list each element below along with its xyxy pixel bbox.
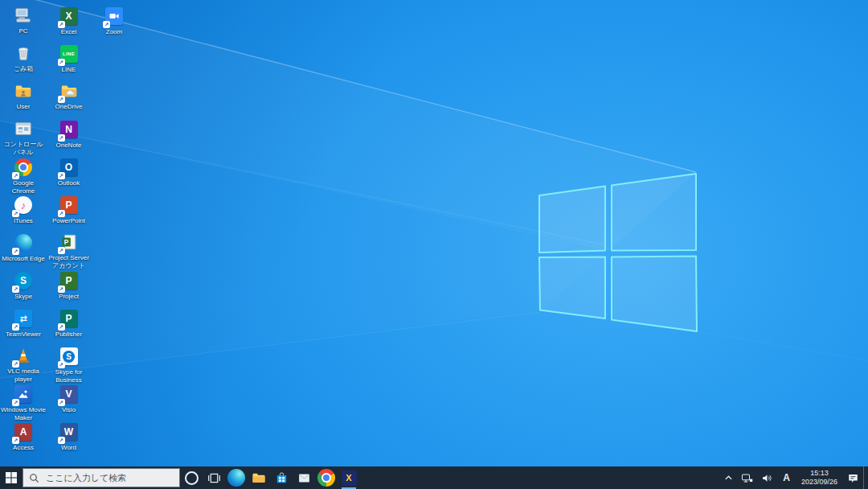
- shortcut-arrow-icon: ↗: [58, 247, 65, 254]
- desktop-icon-label: Outlook: [47, 179, 92, 187]
- desktop-icon-project-server-accounts-glyph: P↗: [59, 233, 79, 253]
- svg-text:P: P: [63, 239, 68, 246]
- desktop-icon-label: Zoom: [92, 28, 137, 36]
- desktop-background[interactable]: PCX↗Excel↗Zoomごみ箱LINE↗LINEUser↗OneDriveコ…: [0, 0, 868, 466]
- desktop-icon-label: Project: [47, 293, 92, 301]
- start-button[interactable]: [0, 466, 23, 489]
- desktop-icon-windows-movie-maker-glyph: ↗: [14, 385, 33, 405]
- taskbar-pinned-app-button[interactable]: X: [338, 466, 360, 489]
- desktop-icon-excel[interactable]: X↗Excel: [47, 6, 92, 36]
- desktop-icon-line[interactable]: LINE↗LINE: [47, 44, 92, 74]
- taskbar-search-box[interactable]: [23, 468, 180, 487]
- desktop-icon-label: Skype: [1, 293, 46, 301]
- taskbar-clock[interactable]: 15:13 2023/09/26: [796, 466, 843, 489]
- action-center-button[interactable]: [843, 466, 863, 489]
- network-status-button[interactable]: [737, 466, 757, 489]
- shortcut-arrow-icon: ↗: [58, 59, 65, 66]
- desktop-icon-onedrive[interactable]: ↗OneDrive: [47, 82, 92, 111]
- store-icon: [275, 471, 289, 485]
- desktop-icon-label: TeamViewer: [1, 331, 46, 339]
- desktop-icon-windows-movie-maker[interactable]: ↗Windows Movie Maker: [1, 384, 46, 421]
- desktop-icon-pc[interactable]: PC: [1, 6, 46, 35]
- edge-icon: [227, 468, 245, 487]
- taskview-icon: [207, 471, 221, 485]
- desktop-icon-label: OneNote: [47, 142, 92, 150]
- shortcut-arrow-icon: ↗: [58, 399, 65, 406]
- tray-overflow-chevron-button[interactable]: [720, 466, 737, 489]
- shortcut-arrow-icon: ↗: [58, 134, 65, 142]
- desktop-icon-label: Publisher: [47, 331, 92, 339]
- desktop-icon-itunes-glyph: ♪↗: [14, 196, 33, 216]
- desktop-icon-outlook-glyph: O↗: [59, 158, 79, 178]
- action-center-icon: [847, 472, 859, 484]
- taskbar-edge-button[interactable]: [225, 466, 248, 489]
- desktop-icon-label: Windows Movie Maker: [1, 406, 46, 421]
- desktop-icon-vlc-media-player[interactable]: ↗VLC media player: [1, 347, 46, 383]
- desktop-icon-microsoft-edge[interactable]: ↗Microsoft Edge: [1, 233, 46, 263]
- desktop-icon-label: Google Chrome: [1, 179, 46, 195]
- desktop-icon-powerpoint[interactable]: P↗PowerPoint: [47, 195, 92, 225]
- desktop-icon-zoom[interactable]: ↗Zoom: [92, 6, 137, 36]
- desktop-icon-recycle-bin[interactable]: ごみ箱: [1, 44, 46, 73]
- shortcut-arrow-icon: ↗: [12, 360, 19, 368]
- chrome-icon: [317, 468, 335, 487]
- desktop-icon-label: Visio: [47, 406, 92, 414]
- volume-icon: [761, 472, 773, 484]
- desktop-icon-control-panel[interactable]: コントロール パネル: [1, 120, 46, 156]
- desktop-icon-label: OneDrive: [47, 103, 92, 111]
- desktop-icon-microsoft-edge-glyph: ↗: [14, 234, 33, 253]
- task-view-button[interactable]: [203, 466, 225, 489]
- desktop-icon-teamviewer[interactable]: ⇄↗TeamViewer: [1, 309, 46, 339]
- cortana-button[interactable]: [180, 466, 203, 489]
- desktop-icon-onenote[interactable]: N↗OneNote: [47, 120, 92, 150]
- shortcut-arrow-icon: ↗: [12, 437, 19, 444]
- shortcut-arrow-icon: ↗: [12, 399, 19, 406]
- ime-indicator[interactable]: A: [777, 466, 796, 489]
- desktop-icon-vlc-media-player-glyph: ↗: [14, 347, 33, 366]
- volume-button[interactable]: [757, 466, 777, 489]
- desktop-icon-recycle-bin-glyph: [14, 44, 33, 64]
- search-input[interactable]: [44, 472, 174, 483]
- desktop-icon-onedrive-glyph: ↗: [59, 82, 79, 101]
- desktop-icon-access[interactable]: A↗Access: [1, 422, 46, 452]
- taskbar-file-explorer-button[interactable]: [248, 466, 270, 489]
- appx-icon: X: [342, 471, 357, 486]
- windows-start-icon: [6, 472, 17, 483]
- folder-icon: [252, 471, 266, 485]
- desktop-icon-access-glyph: A↗: [14, 423, 33, 442]
- desktop-icon-skype[interactable]: S↗Skype: [1, 271, 46, 301]
- desktop-icon-user-glyph: [14, 82, 33, 101]
- windows-logo: [539, 174, 697, 331]
- desktop-icon-zoom-glyph: ↗: [104, 7, 124, 27]
- shortcut-arrow-icon: ↗: [12, 286, 19, 293]
- desktop-icon-visio[interactable]: V↗Visio: [47, 384, 92, 414]
- desktop-icon-project-server-accounts[interactable]: P↗Project Server アカウント: [47, 233, 92, 269]
- desktop-icon-onenote-glyph: N↗: [59, 121, 79, 140]
- desktop-icon-project[interactable]: P↗Project: [47, 271, 92, 301]
- desktop-icon-google-chrome[interactable]: ↗Google Chrome: [1, 158, 46, 195]
- taskbar-mail-button[interactable]: [293, 466, 315, 489]
- desktop-icon-user[interactable]: User: [1, 82, 46, 111]
- desktop-icon-publisher[interactable]: P↗Publisher: [47, 309, 92, 339]
- show-desktop-button[interactable]: [863, 466, 868, 489]
- taskbar-chrome-button[interactable]: [315, 466, 338, 489]
- desktop-icon-label: VLC media player: [1, 368, 46, 383]
- desktop-icon-label: Excel: [47, 28, 92, 36]
- desktop-icon-pc-glyph: [14, 6, 33, 26]
- desktop-icon-word[interactable]: W↗Word: [47, 422, 92, 452]
- taskbar-store-button[interactable]: [270, 466, 293, 489]
- desktop-icon-visio-glyph: V↗: [59, 385, 79, 405]
- mail-icon: [297, 471, 311, 485]
- windows-10-desktop-screen: PCX↗Excel↗Zoomごみ箱LINE↗LINEUser↗OneDriveコ…: [0, 0, 868, 489]
- desktop-icon-outlook[interactable]: O↗Outlook: [47, 158, 92, 187]
- desktop-icon-google-chrome-glyph: ↗: [14, 158, 33, 178]
- desktop-icon-itunes[interactable]: ♪↗iTunes: [1, 195, 46, 225]
- desktop-icon-project-glyph: P↗: [59, 272, 79, 291]
- shortcut-arrow-icon: ↗: [58, 21, 65, 28]
- desktop-icon-skype-for-business[interactable]: S↗Skype for Business: [47, 347, 92, 384]
- desktop-icon-label: Skype for Business: [47, 368, 92, 384]
- taskbar: X A 15:13 2023/09/26: [0, 466, 868, 489]
- desktop-icon-label: コントロール パネル: [1, 141, 46, 156]
- system-tray: A 15:13 2023/09/26: [720, 466, 868, 489]
- desktop-icon-control-panel-glyph: [14, 120, 33, 139]
